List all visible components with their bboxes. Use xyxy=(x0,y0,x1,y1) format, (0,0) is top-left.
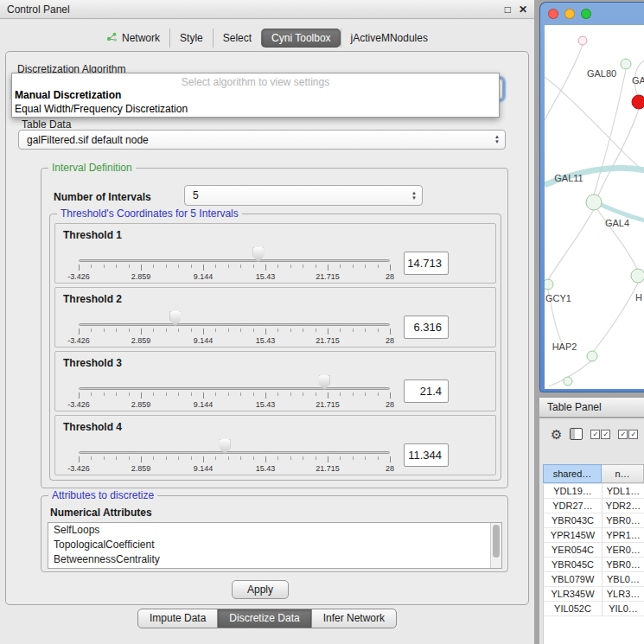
control-panel-title: Control Panel xyxy=(7,3,70,16)
cell-shared-name[interactable]: YER054C xyxy=(544,543,603,557)
node-label-partial: H xyxy=(635,292,642,303)
cell-name[interactable]: YDL1… xyxy=(603,484,644,498)
network-window-titlebar[interactable] xyxy=(540,3,644,25)
slider[interactable] xyxy=(79,247,390,263)
slider-ticks xyxy=(79,328,390,335)
top-tab[interactable]: Network xyxy=(97,29,169,48)
threshold-value-field[interactable]: 11.344 xyxy=(404,443,449,467)
cell-shared-name[interactable]: YBR045C xyxy=(544,558,603,571)
node[interactable] xyxy=(631,269,644,283)
node-red-selected[interactable] xyxy=(632,95,644,109)
table-row[interactable]: YBR043C YBR0… xyxy=(544,513,644,528)
deselect-all-icon[interactable]: ✓ ✓ xyxy=(618,430,638,439)
number-of-intervals-value: 5 xyxy=(193,189,199,201)
thresholds-stack: Threshold 1 -3.4262.8599.14415.4321.7152… xyxy=(54,223,496,475)
cell-name[interactable]: YBR0… xyxy=(603,558,644,571)
minimize-traffic-light[interactable] xyxy=(564,9,575,19)
cell-name[interactable]: YBR0… xyxy=(603,513,644,527)
attribute-list-item[interactable]: BetweennessCentrality xyxy=(48,552,501,567)
slider[interactable] xyxy=(79,375,390,391)
slider-ticks xyxy=(79,456,390,463)
cell-shared-name[interactable]: YLR345W xyxy=(544,587,603,601)
network-canvas[interactable]: GAL80 GAL11 GAL4 GCY1 HAP2 GA H xyxy=(545,25,644,389)
table-row[interactable]: YPR145W YPR1… xyxy=(544,528,644,543)
algorithm-option[interactable]: Equal Width/Frequency Discretization xyxy=(15,102,496,116)
numerical-attributes-list: SelfLoops TopologicalCoefficient Between… xyxy=(48,522,502,569)
cell-shared-name[interactable]: YIL052C xyxy=(544,602,603,615)
top-tab-label: Select xyxy=(223,32,252,44)
slider[interactable] xyxy=(79,311,390,327)
cell-name[interactable]: YER0… xyxy=(603,543,644,557)
slider[interactable] xyxy=(79,439,390,455)
cell-name[interactable]: YIL0… xyxy=(603,602,644,615)
bottom-tab[interactable]: Discretize Data xyxy=(217,609,311,628)
threshold-value-field[interactable]: 21.4 xyxy=(404,379,449,403)
node[interactable] xyxy=(564,377,572,386)
node-pink[interactable] xyxy=(578,36,587,45)
node[interactable] xyxy=(545,279,553,290)
slider-thumb[interactable] xyxy=(169,311,181,326)
column-manager-icon[interactable] xyxy=(570,428,583,440)
node[interactable] xyxy=(586,194,602,210)
threshold-label: Threshold 3 xyxy=(63,357,122,369)
table-row[interactable]: YBL079W YBL0… xyxy=(544,572,644,587)
cell-shared-name[interactable]: YDR27… xyxy=(544,499,603,513)
threshold-panel: Threshold 4 -3.4262.8599.14415.4321.7152… xyxy=(54,415,496,475)
node-label-hap2: HAP2 xyxy=(552,341,577,352)
algorithm-option[interactable]: Manual Discretization xyxy=(15,88,496,102)
node-label-gcy1: GCY1 xyxy=(545,293,571,303)
list-scrollbar[interactable] xyxy=(490,523,501,568)
table-data-combobox[interactable]: galFiltered.sif default node ▲▼ xyxy=(18,130,506,150)
number-of-intervals-combobox[interactable]: 5 ▲▼ xyxy=(184,185,423,206)
minimize-icon[interactable]: □ xyxy=(505,4,511,15)
close-traffic-light[interactable] xyxy=(548,9,558,19)
slider-thumb[interactable] xyxy=(319,375,330,390)
table-row[interactable]: YER054C YER0… xyxy=(544,543,644,558)
cell-shared-name[interactable]: YBL079W xyxy=(544,572,603,586)
cell-name[interactable]: YDR2… xyxy=(603,499,644,513)
gear-icon[interactable]: ⚙ xyxy=(551,428,562,441)
apply-button[interactable]: Apply xyxy=(232,580,289,599)
scrollbar-thumb[interactable] xyxy=(493,525,500,558)
cell-name[interactable]: YBL0… xyxy=(603,572,644,586)
cell-shared-name[interactable]: YPR145W xyxy=(544,528,603,542)
table-data-value: galFiltered.sif default node xyxy=(27,134,149,146)
top-tab[interactable]: Style xyxy=(169,29,213,48)
cell-name[interactable]: YLR3… xyxy=(603,587,644,601)
select-all-icon[interactable]: ✓ ✓ xyxy=(590,430,610,439)
zoom-traffic-light[interactable] xyxy=(581,9,591,19)
threshold-panel: Threshold 2 -3.4262.8599.14415.4321.7152… xyxy=(54,287,496,348)
slider-thumb[interactable] xyxy=(252,247,264,262)
column-header-name[interactable]: n… xyxy=(602,464,644,483)
node[interactable] xyxy=(621,59,631,69)
attribute-list-item[interactable]: SelfLoops xyxy=(48,523,501,538)
bottom-tab[interactable]: Impute Data xyxy=(137,609,218,628)
top-tab[interactable]: Cyni Toolbox xyxy=(261,29,340,48)
network-graph[interactable]: GAL80 GAL11 GAL4 GCY1 HAP2 GA H xyxy=(545,25,644,389)
algorithm-placeholder-option[interactable]: Select algorithm to view settings xyxy=(12,76,499,88)
table-row[interactable]: YLR345W YLR3… xyxy=(544,587,644,602)
cell-name[interactable]: YPR1… xyxy=(603,528,644,542)
cell-shared-name[interactable]: YDL19… xyxy=(544,484,603,498)
bottom-tab-bar: Impute Data Discretize Data Infer Networ… xyxy=(0,609,534,628)
column-header-shared-name[interactable]: shared… xyxy=(543,464,602,483)
table-row[interactable]: YDL19… YDL1… xyxy=(544,484,644,499)
table-row[interactable]: YDR27… YDR2… xyxy=(544,499,644,513)
threshold-value-field[interactable]: 6.316 xyxy=(404,316,449,339)
top-tab[interactable]: Select xyxy=(213,29,261,48)
threshold-value-field[interactable]: 14.713 xyxy=(404,252,449,275)
top-tab[interactable]: jActiveMNodules xyxy=(341,29,437,48)
attribute-list-item[interactable]: TopologicalCoefficient xyxy=(48,538,501,552)
number-of-intervals-label: Number of Intervals xyxy=(54,191,151,203)
bottom-tab[interactable]: Infer Network xyxy=(311,609,397,628)
node[interactable] xyxy=(587,351,597,361)
table-panel: ⚙ ✓ ✓ ✓ ✓ shared… n… YDL19… YDL1… YDR27…… xyxy=(539,418,644,644)
slider-thumb[interactable] xyxy=(220,439,231,454)
table-row[interactable]: YIL052C YIL0… xyxy=(544,602,644,616)
top-tab-label: jActiveMNodules xyxy=(351,32,428,44)
close-icon[interactable]: ✕ xyxy=(519,4,527,15)
node-label-gal4: GAL4 xyxy=(605,218,629,228)
table-row[interactable]: YBR045C YBR0… xyxy=(544,558,644,572)
cell-shared-name[interactable]: YBR043C xyxy=(544,513,603,527)
combo-stepper-icon: ▲▼ xyxy=(494,131,500,149)
